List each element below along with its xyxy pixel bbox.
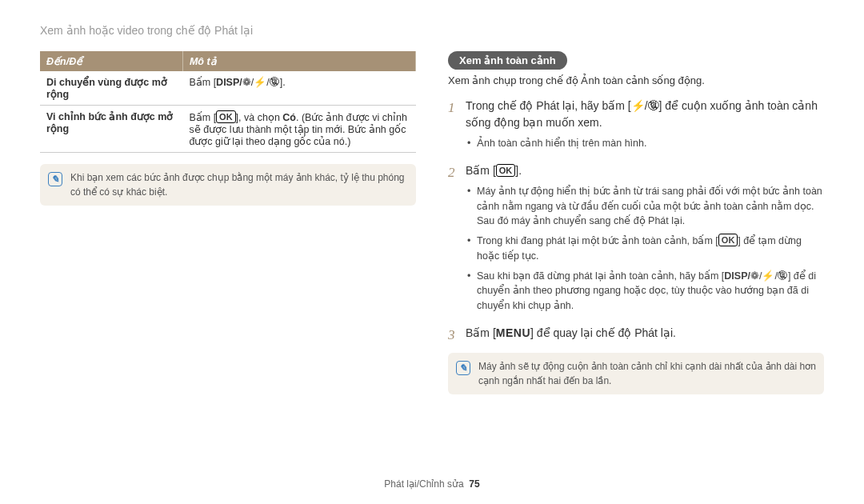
step-3: Bấm [MENU] để quay lại chế độ Phát lại.	[448, 325, 824, 342]
note-text: Khi bạn xem các bức ảnh được chụp bằng m…	[70, 170, 408, 199]
description-table: Đến/Để Mô tả Di chuyển vùng được mở rộng…	[40, 51, 416, 153]
table-head-to: Đến/Để	[40, 51, 182, 71]
flower-icon: ❁	[750, 269, 759, 284]
right-column: Xem ảnh toàn cảnh Xem ảnh chụp trong chế…	[448, 51, 824, 394]
note-box: ✎ Máy ảnh sẽ tự động cuộn ảnh toàn cảnh …	[448, 353, 824, 394]
ok-icon: OK	[718, 234, 738, 246]
note-box: ✎ Khi bạn xem các bức ảnh được chụp bằng…	[40, 164, 416, 206]
menu-label: MENU	[496, 326, 530, 339]
flower-icon: ❁	[242, 76, 251, 88]
timer-icon: 🕲	[270, 77, 280, 88]
table-head-desc: Mô tả	[182, 51, 415, 71]
note-icon: ✎	[456, 361, 470, 375]
row1-head: Di chuyển vùng được mở rộng	[40, 71, 182, 106]
step1-sub1: Ảnh toàn cảnh hiển thị trên màn hình.	[466, 136, 824, 151]
page-footer: Phát lại/Chỉnh sửa 75	[0, 478, 864, 490]
step-1: Trong chế độ Phát lại, hãy bấm [⚡/🕲] để …	[448, 98, 824, 151]
steps-list: Trong chế độ Phát lại, hãy bấm [⚡/🕲] để …	[448, 98, 824, 342]
table-row: Vi chỉnh bức ảnh được mở rộng Bấm [OK], …	[40, 106, 416, 153]
step-2: Bấm [OK]. Máy ảnh tự động hiển thị bức ả…	[448, 162, 824, 314]
flash-icon: ⚡	[631, 98, 645, 114]
left-column: Đến/Để Mô tả Di chuyển vùng được mở rộng…	[40, 51, 416, 394]
ok-icon: OK	[216, 110, 236, 123]
breadcrumb: Xem ảnh hoặc video trong chế độ Phát lại	[40, 24, 824, 37]
step2-sub1: Máy ảnh tự động hiển thị bức ảnh từ trái…	[466, 184, 824, 229]
timer-icon: 🕲	[648, 98, 659, 114]
row1-desc: Bấm [DISP/❁/⚡/🕲].	[182, 71, 415, 106]
step2-sub3: Sau khi bạn đã dừng phát lại ảnh toàn cả…	[466, 269, 824, 314]
section-intro: Xem ảnh chụp trong chế độ Ảnh toàn cảnh …	[448, 74, 824, 86]
flash-icon: ⚡	[254, 76, 266, 88]
section-title-pill: Xem ảnh toàn cảnh	[448, 51, 567, 70]
table-row: Di chuyển vùng được mở rộng Bấm [DISP/❁/…	[40, 71, 416, 106]
ok-icon: OK	[496, 164, 516, 177]
row2-desc: Bấm [OK], và chọn Có. (Bức ảnh được vi c…	[182, 106, 415, 153]
note-icon: ✎	[48, 172, 62, 186]
step2-sub2: Trong khi đang phát lại một bức ảnh toàn…	[466, 234, 824, 264]
row2-head: Vi chỉnh bức ảnh được mở rộng	[40, 106, 182, 153]
timer-icon: 🕲	[778, 269, 788, 284]
note-text: Máy ảnh sẽ tự động cuộn ảnh toàn cảnh ch…	[478, 359, 816, 388]
flash-icon: ⚡	[762, 269, 774, 284]
